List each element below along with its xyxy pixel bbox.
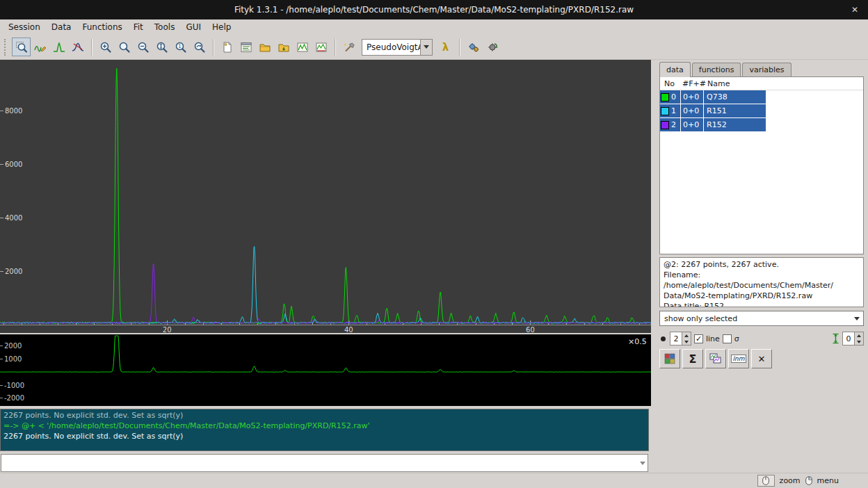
- aux-plot[interactable]: 20001000-1000-2000×0.5: [0, 334, 651, 406]
- rename-dataset-button[interactable]: lnm: [728, 349, 749, 368]
- data-transform-button[interactable]: [339, 38, 358, 56]
- copy-dataset-button[interactable]: [705, 349, 726, 368]
- main-plot[interactable]: 2040602000400060008000: [0, 60, 651, 333]
- open-data-custom-button[interactable]: [274, 38, 293, 56]
- activate-range-icon: [72, 41, 84, 54]
- rename-icon: lnm: [731, 355, 747, 363]
- chevron-down-icon: [851, 317, 863, 320]
- mouse-icon: [805, 476, 812, 485]
- plot-frame-red-icon: [315, 41, 328, 54]
- spinner-down-icon[interactable]: [682, 339, 691, 345]
- dataset-table: No #F+# Name 0 0+0 Q738 1 0+0 R151 2 0+0…: [659, 76, 864, 254]
- dataset-color-swatch: [661, 93, 669, 101]
- dataset-fplus: 0+0: [681, 104, 704, 117]
- toolbar-drag-handle[interactable]: [4, 39, 8, 56]
- table-row[interactable]: 2 0+0 R152: [660, 118, 766, 132]
- peak-type-arrow-button[interactable]: [420, 40, 432, 55]
- close-button[interactable]: ✕: [847, 0, 862, 19]
- execute-script-button[interactable]: [236, 38, 255, 56]
- fit-undo-button[interactable]: [483, 38, 501, 56]
- menu-functions[interactable]: Functions: [77, 20, 127, 34]
- add-peak-mode-button[interactable]: [49, 38, 68, 56]
- gears-icon: [467, 41, 480, 54]
- activate-data-mode-button[interactable]: [68, 38, 87, 56]
- menu-help[interactable]: Help: [207, 20, 236, 34]
- edit-data-button[interactable]: [659, 349, 680, 368]
- filter-select[interactable]: show only selected: [659, 311, 864, 326]
- titlebar[interactable]: Fityk 1.3.1 - /home/aleplo/test/Document…: [0, 0, 868, 19]
- delete-dataset-button[interactable]: ✕: [751, 349, 772, 368]
- toolbar-separator: [335, 39, 335, 56]
- line-checkbox-label: line: [706, 334, 720, 343]
- magnifier-vertical-icon: [156, 41, 168, 54]
- svg-text:-1000: -1000: [4, 382, 24, 389]
- dataset-fplus: 0+0: [681, 90, 704, 104]
- menu-hint-label: menu: [817, 476, 839, 485]
- magnifier-minus-icon: [137, 41, 150, 54]
- menu-tools[interactable]: Tools: [149, 20, 181, 34]
- svg-text:4000: 4000: [5, 214, 22, 222]
- line-checkbox[interactable]: ✓: [694, 334, 703, 343]
- zoom-mode-button[interactable]: [12, 38, 31, 56]
- shift-value: 0: [843, 332, 854, 345]
- save-plot-image-button[interactable]: [312, 38, 330, 56]
- table-row[interactable]: 1 0+0 R151: [660, 104, 766, 118]
- command-input[interactable]: [1, 455, 637, 471]
- auto-add-peak-button[interactable]: λ: [436, 38, 455, 56]
- dataset-table-header: No #F+# Name: [660, 77, 863, 90]
- output-console[interactable]: 2267 points. No explicit std. dev. Set a…: [0, 409, 649, 451]
- tab-variables[interactable]: variables: [742, 63, 791, 76]
- zoom-hint-label: zoom: [780, 476, 801, 485]
- zoom-100-button[interactable]: 1: [171, 38, 190, 56]
- zoom-in-button[interactable]: [96, 38, 115, 56]
- console-line: =-> @+ < '/home/aleplo/test/Documents/Ch…: [3, 421, 645, 431]
- spinner-up-icon[interactable]: [682, 332, 691, 339]
- console-line: 2267 points. No explicit std. dev. Set a…: [3, 410, 645, 421]
- sidebar-tabs: data functions variables: [659, 61, 793, 76]
- open-data-button[interactable]: [255, 38, 274, 56]
- tab-data[interactable]: data: [659, 62, 691, 77]
- command-input-row: [1, 454, 648, 472]
- data-edit-mode-button[interactable]: [31, 38, 49, 56]
- menu-fit[interactable]: Fit: [128, 20, 149, 34]
- dataset-fplus: 0+0: [681, 118, 704, 131]
- sigma-checkbox[interactable]: [723, 334, 732, 343]
- dataset-color-swatch: [661, 107, 669, 115]
- point-size-value: 2: [670, 332, 682, 345]
- dataset-info-box: @2: 2267 points, 2267 active. Filename: …: [659, 257, 864, 307]
- gear-undo-icon: [486, 41, 499, 54]
- menubar: Session Data Functions Fit Tools GUI Hel…: [0, 19, 868, 35]
- zoom-out-button[interactable]: [134, 38, 152, 56]
- menu-session[interactable]: Session: [3, 20, 46, 34]
- spinner-down-icon[interactable]: [855, 339, 863, 345]
- sigma-checkbox-label: σ: [734, 334, 739, 343]
- fit-run-button[interactable]: [464, 38, 483, 56]
- magnifier-select-icon: [15, 41, 28, 54]
- menu-data[interactable]: Data: [46, 20, 77, 34]
- column-header-name: Name: [705, 79, 863, 88]
- zoom-all-button[interactable]: [115, 38, 134, 56]
- spinner-up-icon[interactable]: [855, 332, 863, 339]
- new-project-button[interactable]: [218, 38, 236, 56]
- sum-datasets-button[interactable]: Σ: [682, 349, 703, 368]
- svg-text:2000: 2000: [5, 268, 22, 275]
- menu-gui[interactable]: GUI: [180, 20, 207, 34]
- svg-text:1: 1: [178, 43, 182, 49]
- lambda-icon: λ: [442, 41, 449, 54]
- tab-functions[interactable]: functions: [692, 63, 741, 76]
- check-icon: ✓: [696, 335, 702, 343]
- sigma-icon: Σ: [689, 352, 697, 366]
- point-size-spinner[interactable]: 2: [670, 332, 691, 345]
- toolbar-separator: [91, 39, 92, 56]
- shift-spinner[interactable]: 0: [842, 332, 864, 345]
- peak-type-select[interactable]: PseudoVoigtA: [362, 39, 433, 56]
- plot-style-controls: 2 ✓ line σ 0: [659, 330, 864, 347]
- zoom-vertical-button[interactable]: [152, 38, 171, 56]
- statusbar: zoom menu: [0, 473, 868, 488]
- zoom-previous-button[interactable]: [190, 38, 209, 56]
- command-history-arrow-button[interactable]: [637, 455, 648, 471]
- column-header-no: No: [660, 79, 681, 88]
- table-row[interactable]: 0 0+0 Q738: [660, 90, 766, 104]
- edit-data-plot-button[interactable]: [293, 38, 312, 56]
- dataset-name: R151: [704, 106, 766, 115]
